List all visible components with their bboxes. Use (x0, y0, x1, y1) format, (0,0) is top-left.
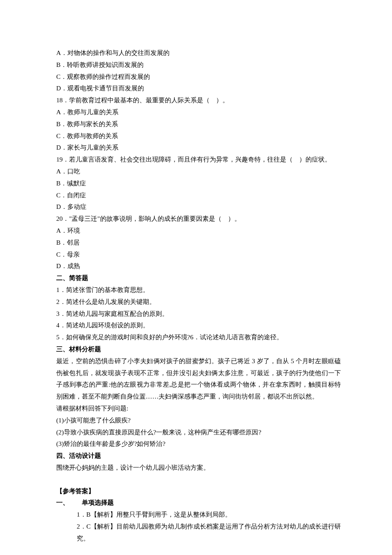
activity-text: 围绕开心妈妈的主题，设计一个幼儿园小班活动方案。 (56, 462, 341, 474)
section-4-title: 四、活动设计题 (56, 450, 341, 462)
q20-option-a: A．环境 (56, 225, 341, 237)
short-answer-5-6: 5．如何确保充足的游戏时间和良好的户外环境?6．试论述幼儿语言教育的途径。 (56, 331, 341, 343)
material-paragraph-2: 请根据材料回答下列问题: (56, 402, 341, 414)
q18-option-c: C．教师与教师的关系 (56, 130, 341, 142)
q18-stem: 18．学前教育过程中最基本的、最重要的人际关系是（ ）。 (56, 94, 341, 106)
q19-option-d: D．多动症 (56, 201, 341, 213)
material-q1: (1)小孩可能患了什么眼疾? (56, 414, 341, 426)
material-q2: (2)导致小孩疾病的直接原因是什么?一般来说，这种病产生还有哪些原因? (56, 426, 341, 438)
answers-heading: 【参考答案】 (56, 485, 341, 497)
short-answer-2: 2．简述什么是幼儿发展的关键期。 (56, 296, 341, 308)
q19-stem: 19．若儿童言语发育、社会交往出现障碍，而且伴有行为异常，兴趣奇特，往往是（ ）… (56, 153, 341, 165)
q18-option-d: D．家长与儿童的关系 (56, 142, 341, 153)
q17-option-c: C．观察教师的操作过程而发展的 (56, 71, 341, 83)
q20-option-c: C．母亲 (56, 249, 341, 260)
q18-option-a: A．教师与儿童的关系 (56, 106, 341, 118)
short-answer-1: 1．简述张雪门的基本教育思想。 (56, 284, 341, 296)
section-3-title: 三、材料分析题 (56, 343, 341, 355)
answer-2: 2．C【解析】目前幼儿园教师为幼儿制作成长档案是运用了作品分析方法对幼儿的成长进… (56, 520, 341, 544)
section-2-title: 二、简答题 (56, 272, 341, 284)
q19-option-b: B．缄默症 (56, 177, 341, 189)
q20-option-b: B．邻居 (56, 237, 341, 249)
short-answer-4: 4．简述幼儿园环境创设的原则。 (56, 319, 341, 331)
q20-option-d: D．成熟 (56, 260, 341, 272)
q19-option-a: A．口吃 (56, 165, 341, 177)
document-page: A．对物体的操作和与人的交往而发展的 B．聆听教师讲授知识而发展的 C．观察教师… (0, 0, 392, 555)
q19-option-c: C．自闭症 (56, 189, 341, 201)
q17-option-b: B．聆听教师讲授知识而发展的 (56, 59, 341, 71)
blank-line (56, 474, 341, 485)
material-q3: (3)矫治的最佳年龄是多少岁?如何矫治? (56, 438, 341, 450)
material-paragraph-1: 最近，空前的恐惧击碎了小李夫妇俩对孩子的甜蜜梦幻。孩子已将近 3 岁了，自从 5… (56, 355, 341, 402)
short-answer-3: 3．简述幼儿园与家庭相互配合的原则。 (56, 308, 341, 320)
answers-section1: 一、 单项选择题 (56, 497, 341, 509)
q20-stem: 20．"孟母三迁"的故事说明，影响人的成长的重要因素是（ ）。 (56, 213, 341, 225)
q18-option-b: B．教师与家长的关系 (56, 118, 341, 130)
q17-option-a: A．对物体的操作和与人的交往而发展的 (56, 47, 341, 59)
q17-option-d: D．观看电视卡通节目而发展的 (56, 82, 341, 94)
answer-1: 1．B【解析】用整只手臂到用手，这是从整体到局部。 (56, 509, 341, 520)
